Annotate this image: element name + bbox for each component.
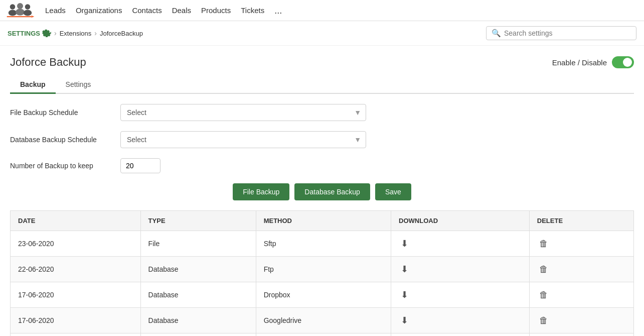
gear-icon <box>42 29 51 38</box>
tab-backup[interactable]: Backup <box>10 76 56 94</box>
svg-point-1 <box>9 10 17 16</box>
search-input[interactable] <box>504 29 631 37</box>
svg-point-4 <box>25 4 31 10</box>
breadcrumb-sep2: › <box>94 29 97 37</box>
nav-deals[interactable]: Deals <box>167 0 196 21</box>
cell-type: Database <box>140 282 256 308</box>
backup-table: DATE TYPE METHOD DOWNLOAD DELETE 23-06-2… <box>10 210 634 336</box>
delete-button[interactable]: 🗑 <box>537 238 550 250</box>
cell-download: ⬇ <box>391 308 530 333</box>
search-settings-wrapper: 🔍 <box>486 26 636 40</box>
breadcrumb-current: JoforceBackup <box>100 30 143 37</box>
nav-contacts[interactable]: Contacts <box>127 0 167 21</box>
main-content: Joforce Backup Enable / Disable Backup S… <box>0 46 644 336</box>
col-type: TYPE <box>140 211 256 231</box>
cell-download: ⬇ <box>391 282 530 308</box>
cell-date: 17-06-2020 <box>11 282 141 308</box>
svg-marker-7 <box>32 15 35 18</box>
cell-date: 17-06-2020 <box>11 308 141 333</box>
nav-products[interactable]: Products <box>196 0 236 21</box>
cell-method: Googledrive <box>256 308 391 333</box>
cell-date: 22-06-2020 <box>11 257 141 282</box>
cell-method: Dropbox <box>256 282 391 308</box>
cell-method: Sftp <box>256 231 391 257</box>
database-backup-row: Database Backup Schedule Select ▼ <box>10 131 634 148</box>
download-button[interactable]: ⬇ <box>399 263 410 276</box>
nav-tickets[interactable]: Tickets <box>236 0 269 21</box>
download-button[interactable]: ⬇ <box>399 237 410 250</box>
settings-bar: SETTINGS › Extensions › JoforceBackup 🔍 <box>0 21 644 46</box>
delete-button[interactable]: 🗑 <box>537 263 550 276</box>
nav-organizations[interactable]: Organizations <box>71 0 127 21</box>
breadcrumb-extensions: Extensions <box>60 30 92 37</box>
cell-type: Database <box>140 333 256 337</box>
cell-delete: 🗑 <box>529 333 633 337</box>
svg-point-2 <box>17 3 23 9</box>
enable-disable-row: Enable / Disable <box>552 56 634 68</box>
enable-toggle[interactable] <box>612 56 634 68</box>
table-head: DATE TYPE METHOD DOWNLOAD DELETE <box>11 211 634 231</box>
database-backup-select-wrapper: Select ▼ <box>120 131 366 148</box>
table-header-row: DATE TYPE METHOD DOWNLOAD DELETE <box>11 211 634 231</box>
top-navigation: Leads Organizations Contacts Deals Produ… <box>0 0 644 21</box>
database-backup-label: Database Backup Schedule <box>10 136 120 144</box>
table-row: 17-06-2020 Database S3 ⬇ 🗑 <box>11 333 634 337</box>
svg-point-0 <box>10 4 16 10</box>
cell-download: ⬇ <box>391 231 530 257</box>
cell-type: Database <box>140 257 256 282</box>
delete-button[interactable]: 🗑 <box>537 289 550 301</box>
backup-count-row: Number of Backup to keep <box>10 158 634 173</box>
backup-count-input[interactable] <box>120 158 160 173</box>
cell-type: File <box>140 231 256 257</box>
toggle-slider <box>612 56 634 68</box>
settings-link[interactable]: SETTINGS <box>8 30 40 37</box>
nav-more[interactable]: ... <box>269 0 287 21</box>
cell-download: ⬇ <box>391 257 530 282</box>
database-backup-button[interactable]: Database Backup <box>294 183 370 200</box>
svg-point-5 <box>24 10 32 16</box>
col-delete: DELETE <box>529 211 633 231</box>
tab-settings[interactable]: Settings <box>56 76 101 94</box>
file-backup-select[interactable]: Select <box>120 104 366 121</box>
enable-label: Enable / Disable <box>552 58 607 67</box>
logo <box>5 2 35 20</box>
file-backup-button[interactable]: File Backup <box>233 183 289 200</box>
tabs: Backup Settings <box>10 76 634 94</box>
cell-method: S3 <box>256 333 391 337</box>
database-backup-select[interactable]: Select <box>120 131 366 148</box>
cell-delete: 🗑 <box>529 308 633 333</box>
cell-type: Database <box>140 308 256 333</box>
save-button[interactable]: Save <box>375 183 411 200</box>
cell-date: 23-06-2020 <box>11 231 141 257</box>
col-method: METHOD <box>256 211 391 231</box>
cell-download: ⬇ <box>391 333 530 337</box>
table-row: 17-06-2020 Database Googledrive ⬇ 🗑 <box>11 308 634 333</box>
breadcrumb-sep1: › <box>54 29 57 37</box>
table-row: 22-06-2020 Database Ftp ⬇ 🗑 <box>11 257 634 282</box>
cell-delete: 🗑 <box>529 282 633 308</box>
file-backup-label: File Backup Schedule <box>10 108 120 117</box>
cell-date: 17-06-2020 <box>11 333 141 337</box>
table-body: 23-06-2020 File Sftp ⬇ 🗑 22-06-2020 Data… <box>11 231 634 337</box>
backup-count-label: Number of Backup to keep <box>10 162 120 170</box>
page-title: Joforce Backup <box>10 56 634 69</box>
cell-delete: 🗑 <box>529 231 633 257</box>
download-button[interactable]: ⬇ <box>399 288 410 301</box>
nav-leads[interactable]: Leads <box>40 0 71 21</box>
table-row: 23-06-2020 File Sftp ⬇ 🗑 <box>11 231 634 257</box>
action-buttons: File Backup Database Backup Save <box>10 183 634 200</box>
col-date: DATE <box>11 211 141 231</box>
svg-point-3 <box>16 9 25 16</box>
file-backup-row: File Backup Schedule Select ▼ <box>10 104 634 121</box>
search-icon: 🔍 <box>492 29 501 38</box>
col-download: DOWNLOAD <box>391 211 530 231</box>
delete-button[interactable]: 🗑 <box>537 314 550 327</box>
table-row: 17-06-2020 Database Dropbox ⬇ 🗑 <box>11 282 634 308</box>
file-backup-select-wrapper: Select ▼ <box>120 104 366 121</box>
cell-method: Ftp <box>256 257 391 282</box>
cell-delete: 🗑 <box>529 257 633 282</box>
download-button[interactable]: ⬇ <box>399 314 410 327</box>
